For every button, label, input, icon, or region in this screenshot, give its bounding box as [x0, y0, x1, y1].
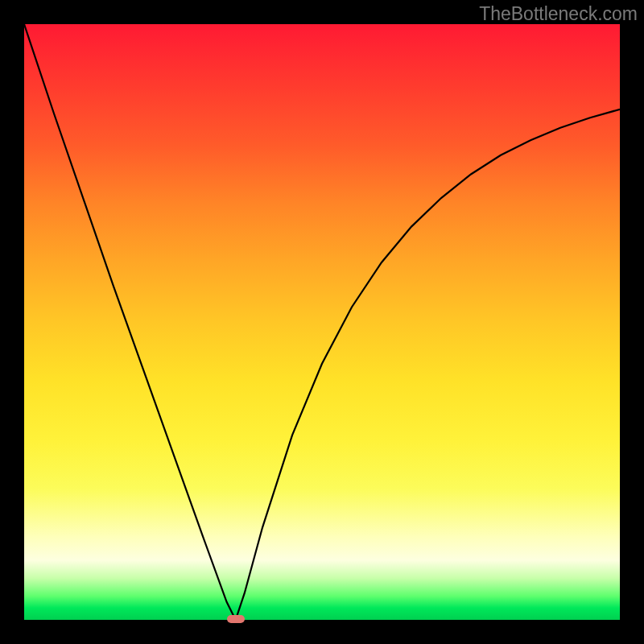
- minimum-marker: [227, 615, 245, 623]
- bottleneck-curve: [24, 24, 620, 620]
- chart-frame: TheBottleneck.com: [0, 0, 644, 644]
- watermark-text: TheBottleneck.com: [479, 3, 638, 25]
- plot-area: [24, 24, 620, 620]
